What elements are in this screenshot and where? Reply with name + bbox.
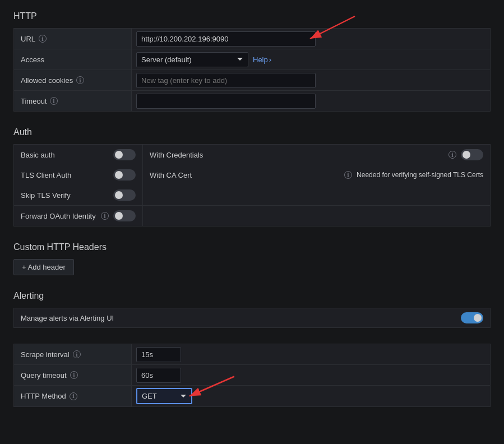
with-credentials-info-icon[interactable]: ℹ [448,151,456,159]
scrape-interval-label-text: Scrape interval [21,350,70,359]
alerting-section-title: Alerting [13,291,491,301]
query-timeout-input[interactable] [136,368,181,383]
forward-oauth-label: Forward OAuth Identity [21,212,96,220]
allowed-cookies-input[interactable] [136,73,316,88]
url-label-text: URL [21,35,35,43]
forward-oauth-row: Forward OAuth Identity ℹ [13,206,491,226]
help-link[interactable]: Help › [253,55,271,64]
auth-row-tls: TLS Client Auth With CA Cert ℹ Needed fo… [13,165,491,185]
http-section-title: HTTP [13,11,491,21]
chevron-right-icon: › [269,55,271,64]
timeout-info-icon[interactable]: ℹ [50,97,58,105]
skip-tls-label: Skip TLS Verify [21,191,109,200]
allowed-cookies-info-icon[interactable]: ℹ [76,76,84,84]
scrape-interval-input[interactable] [136,347,181,362]
forward-oauth-right [143,206,490,226]
with-credentials-cell: With Credentials ℹ [143,145,490,165]
url-label: URL ℹ [14,29,132,49]
access-row: Access Server (default) Browser Help › [13,49,491,70]
http-method-row: HTTP Method ℹ GET POST [13,385,491,407]
with-ca-cert-cell: With CA Cert ℹ Needed for verifying self… [143,165,490,185]
access-label-text: Access [21,55,44,64]
auth-row-basic: Basic auth With Credentials ℹ [13,144,491,165]
timeout-row: Timeout ℹ [13,90,491,112]
access-select[interactable]: Server (default) Browser [136,52,248,67]
basic-auth-toggle[interactable] [113,149,136,160]
with-ca-cert-label: With CA Cert [150,171,340,179]
access-control: Server (default) Browser Help › [132,50,490,70]
basic-auth-slider [113,149,136,160]
url-control [132,29,490,49]
with-credentials-slider [461,149,483,160]
tls-auth-label: TLS Client Auth [21,171,109,179]
url-info-icon[interactable]: ℹ [39,35,47,43]
with-ca-cert-note: Needed for verifying self-signed TLS Cer… [357,171,483,179]
forward-oauth-cell: Forward OAuth Identity ℹ [14,206,143,226]
query-timeout-control [132,366,490,385]
query-timeout-label-text: Query timeout [21,371,67,380]
with-ca-cert-info-icon[interactable]: ℹ [344,171,352,179]
allowed-cookies-label: Allowed cookies ℹ [14,70,132,90]
query-timeout-label: Query timeout ℹ [14,365,132,385]
with-credentials-label: With Credentials [150,151,444,159]
http-method-label: HTTP Method ℹ [14,386,132,406]
forward-oauth-slider [113,210,136,221]
skip-tls-row: Skip TLS Verify [13,185,491,206]
forward-oauth-toggle[interactable] [113,210,136,221]
timeout-label-text: Timeout [21,97,47,105]
skip-tls-right [143,185,490,205]
query-timeout-info-icon[interactable]: ℹ [70,371,78,379]
url-input[interactable] [136,31,316,47]
scrape-interval-row: Scrape interval ℹ [13,344,491,364]
access-label: Access [14,49,132,70]
forward-oauth-info-icon[interactable]: ℹ [101,212,109,220]
skip-tls-slider [113,189,136,201]
manage-alerts-toggle[interactable] [461,312,483,323]
http-method-info-icon[interactable]: ℹ [70,392,77,400]
auth-section-title: Auth [13,127,491,137]
custom-headers-title: Custom HTTP Headers [13,242,491,252]
http-method-control: GET POST [132,386,490,406]
tls-auth-toggle[interactable] [113,169,136,181]
with-credentials-toggle[interactable] [461,149,483,160]
tls-auth-cell: TLS Client Auth [14,165,143,185]
http-method-select[interactable]: GET POST [136,388,192,404]
manage-alerts-row: Manage alerts via Alerting UI [13,308,491,328]
allowed-cookies-label-text: Allowed cookies [21,76,73,85]
http-method-label-text: HTTP Method [21,392,66,400]
timeout-input[interactable] [136,94,316,109]
basic-auth-label: Basic auth [21,151,109,159]
scrape-interval-control [132,345,490,364]
timeout-label: Timeout ℹ [14,91,132,111]
basic-auth-cell: Basic auth [14,145,143,165]
help-label: Help [253,55,268,64]
allowed-cookies-control [132,71,490,90]
tls-auth-slider [113,169,136,181]
scrape-interval-info-icon[interactable]: ℹ [73,350,81,358]
skip-tls-cell: Skip TLS Verify [14,185,143,205]
manage-alerts-slider [461,312,483,323]
url-row: URL ℹ [13,28,491,49]
query-timeout-row: Query timeout ℹ [13,364,491,385]
skip-tls-toggle[interactable] [113,189,136,201]
manage-alerts-label: Manage alerts via Alerting UI [21,314,456,322]
allowed-cookies-row: Allowed cookies ℹ [13,70,491,90]
timeout-control [132,91,490,111]
add-header-button[interactable]: + Add header [13,259,74,275]
scrape-interval-label: Scrape interval ℹ [14,344,132,364]
